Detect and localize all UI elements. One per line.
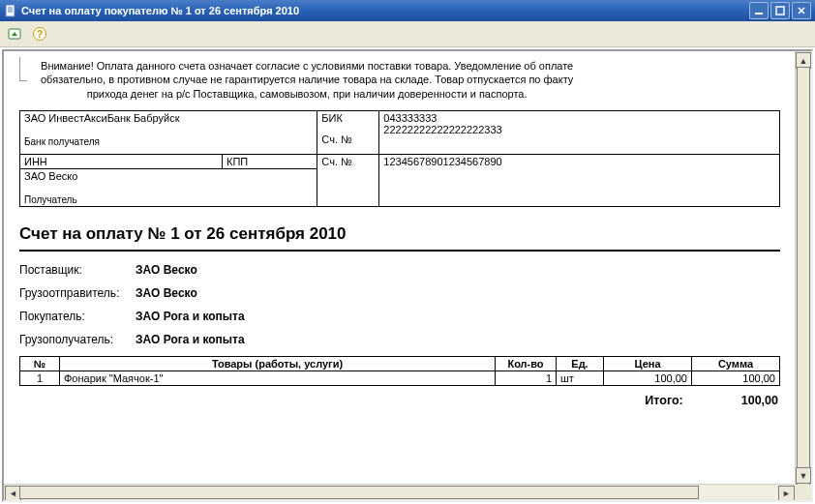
bank-info-table: ЗАО ИнвестАксиБанк Бабруйск Банк получат… [19,110,780,207]
col-num: № [20,356,60,371]
hscroll-track[interactable] [19,486,780,499]
window-title: Счет на оплату покупателю № 1 от 26 сент… [21,5,749,16]
consignor-row: Грузоотправитель: ЗАО Веско [19,286,780,300]
total-value: 100,00 [741,394,778,407]
document-viewport: Внимание! Оплата данного счета означает … [4,51,796,485]
consignor-value: ЗАО Веско [136,286,197,300]
col-unit: Ед. [557,356,604,371]
scroll-corner [796,485,811,500]
invoice-title: Счет на оплату № 1 от 26 сентября 2010 [19,224,780,244]
payee-bank: ЗАО ИнвестАксиБанк Бабруйск [24,112,180,124]
horizontal-scrollbar[interactable]: ◄ ► [4,484,796,500]
cell-qty: 1 [496,371,557,385]
minimize-button[interactable] [749,2,769,19]
table-row: 1 Фонарик "Маячок-1" 1 шт 100,00 100,00 [20,371,780,385]
consignee-value: ЗАО Рога и копыта [136,333,245,346]
cell-price: 100,00 [604,371,692,385]
cell-name: Фонарик "Маячок-1" [60,371,496,385]
content-area: Внимание! Оплата данного счета означает … [2,49,813,502]
supplier-row: Поставщик: ЗАО Веско [19,263,780,277]
toolbar: ? [0,21,815,47]
vscroll-thumb[interactable] [797,67,810,494]
maximize-button[interactable] [770,2,790,19]
close-button[interactable] [792,2,811,19]
titlebar[interactable]: Счет на оплату покупателю № 1 от 26 сент… [0,0,815,21]
help-button[interactable]: ? [29,23,50,44]
account-value: 12345678901234567890 [379,154,780,206]
document-icon [4,4,17,17]
total-row: Итого: 100,00 [19,394,780,407]
bik-label: БИК [317,110,379,133]
invoice-document: Внимание! Оплата данного счета означает … [4,51,796,407]
svg-rect-1 [755,13,763,15]
consignee-label: Грузополучатель: [19,333,136,346]
col-price: Цена [604,356,692,371]
items-table: № Товары (работы, услуги) Кол-во Ед. Цен… [19,356,780,386]
cell-num: 1 [20,371,60,385]
payee-name: ЗАО Веско [24,170,77,182]
corr-account-label: Сч. № [317,133,379,155]
buyer-value: ЗАО Рога и копыта [136,310,245,323]
scroll-right-button[interactable]: ► [778,486,795,501]
supplier-value: ЗАО Веско [136,263,197,277]
corr-account-value: 22222222222222222333 [383,124,501,135]
home-button[interactable] [4,23,25,44]
svg-text:?: ? [37,29,43,40]
supplier-label: Поставщик: [19,263,136,277]
cell-sum: 100,00 [692,371,780,385]
scroll-down-button[interactable]: ▼ [796,467,811,484]
svg-rect-0 [6,5,15,16]
buyer-row: Покупатель: ЗАО Рога и копыта [19,310,780,323]
vscroll-track[interactable] [797,67,810,469]
col-name: Товары (работы, услуги) [60,356,496,371]
consignee-row: Грузополучатель: ЗАО Рога и копыта [19,333,780,346]
col-sum: Сумма [692,356,780,371]
col-qty: Кол-во [496,356,557,371]
window: Счет на оплату покупателю № 1 от 26 сент… [0,0,815,504]
account-label: Сч. № [317,154,379,206]
buyer-label: Покупатель: [19,310,136,323]
title-separator [19,250,780,252]
vertical-scrollbar[interactable]: ▲ ▼ [795,51,811,485]
kpp-label: КПП [223,154,317,168]
total-label: Итого: [645,394,682,407]
inn-label: ИНН [20,154,223,168]
ruler-mark [19,57,27,81]
bik-value: 043333333 [383,112,437,124]
payee-bank-label: Банк получателя [24,136,100,147]
payee-label: Получатель [24,194,77,205]
svg-rect-2 [776,7,784,15]
cell-unit: шт [557,371,604,385]
consignor-label: Грузоотправитель: [19,286,136,300]
notice-text: Внимание! Оплата данного счета означает … [31,57,583,110]
hscroll-thumb[interactable] [19,486,699,499]
